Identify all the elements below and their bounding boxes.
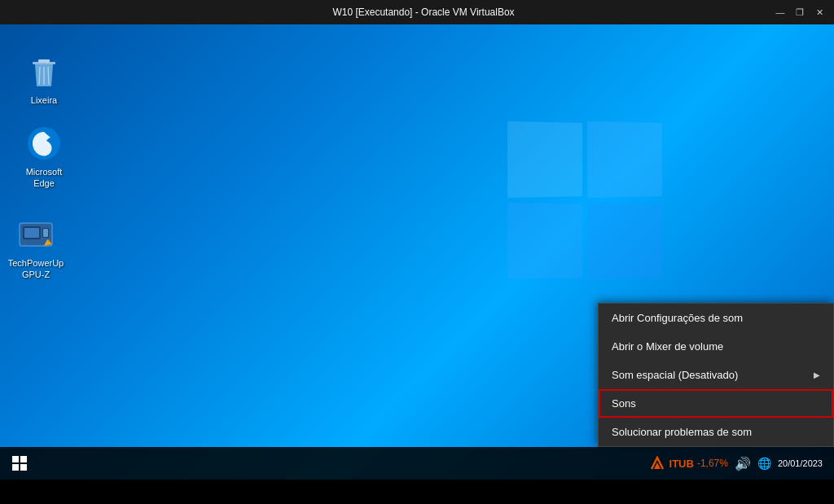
- taskbar-right: ITUB -1,67% 🔊 🌐 20/01/2023: [648, 447, 834, 480]
- svg-rect-1: [38, 59, 50, 63]
- ctx-spatial-sound[interactable]: Som espacial (Desativado) ▶: [599, 361, 833, 389]
- close-button[interactable]: ✕: [813, 6, 826, 19]
- desktop-icon-gpuz[interactable]: TechPowerUpGPU-Z: [3, 212, 68, 284]
- gpuz-icon: [16, 215, 55, 254]
- vm-screen: Lixeira MicrosoftEdge: [0, 24, 834, 480]
- volume-icon[interactable]: 🔊: [735, 456, 751, 471]
- itub-label: ITUB: [669, 458, 694, 470]
- desktop-icon-recycle-bin[interactable]: Lixeira: [11, 49, 77, 109]
- titlebar-controls: — ❐ ✕: [774, 6, 826, 19]
- gpuz-label: TechPowerUpGPU-Z: [8, 257, 64, 281]
- recycle-bin-icon: [24, 52, 64, 91]
- desktop-icon-edge[interactable]: MicrosoftEdge: [11, 121, 77, 193]
- svg-line-2: [39, 67, 40, 85]
- svg-rect-8: [24, 228, 39, 238]
- svg-rect-10: [43, 229, 48, 237]
- windows-logo-watermark: [508, 122, 671, 285]
- edge-label: MicrosoftEdge: [26, 166, 63, 190]
- itub-value: -1,67%: [697, 458, 728, 469]
- ctx-sound-settings[interactable]: Abrir Configurações de som: [599, 304, 833, 332]
- titlebar: W10 [Executando] - Oracle VM VirtualBox …: [0, 0, 834, 24]
- edge-icon: [24, 124, 64, 163]
- minimize-button[interactable]: —: [774, 6, 787, 19]
- itub-ticker: ITUB -1,67%: [648, 456, 728, 471]
- network-icon[interactable]: 🌐: [757, 457, 771, 470]
- ctx-volume-mixer[interactable]: Abrir o Mixer de volume: [599, 332, 833, 361]
- ctx-troubleshoot[interactable]: Solucionar problemas de som: [599, 418, 833, 446]
- submenu-chevron-icon: ▶: [814, 370, 820, 379]
- ctx-sounds[interactable]: Sons: [599, 389, 833, 418]
- desktop: Lixeira MicrosoftEdge: [0, 24, 834, 480]
- recycle-bin-label: Lixeira: [31, 94, 57, 106]
- itub-icon: [648, 456, 666, 471]
- restore-button[interactable]: ❐: [793, 6, 806, 19]
- context-menu: Abrir Configurações de som Abrir o Mixer…: [598, 303, 834, 447]
- taskbar-clock[interactable]: 20/01/2023: [778, 458, 827, 468]
- taskbar: ITUB -1,67% 🔊 🌐 20/01/2023: [0, 447, 834, 480]
- titlebar-title: W10 [Executando] - Oracle VM VirtualBox: [73, 7, 774, 18]
- windows-start-icon: [12, 456, 27, 471]
- svg-line-4: [48, 67, 49, 85]
- start-button[interactable]: [0, 447, 39, 480]
